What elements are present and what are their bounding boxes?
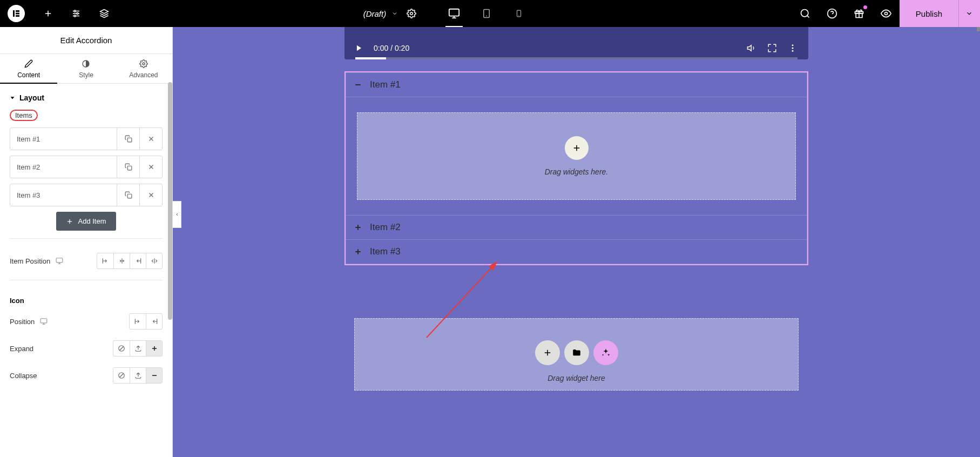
tab-content[interactable]: Content [0,54,57,83]
svg-point-28 [884,12,887,15]
caret-down-icon [10,95,15,100]
top-bar: (Draft) [0,0,980,27]
preview-icon[interactable] [873,0,900,27]
svg-marker-12 [100,10,109,14]
monitor-icon[interactable] [40,318,48,325]
monitor-icon[interactable] [56,257,63,265]
delete-item-3[interactable] [139,184,162,206]
page-settings-icon[interactable] [407,9,416,18]
video-widget[interactable]: 0:00 / 0:20 [344,27,808,59]
accordion-header-3[interactable]: Item #3 [346,240,807,264]
fullscreen-icon[interactable] [767,43,777,53]
plus-icon [66,218,73,225]
search-icon[interactable] [792,0,819,27]
pos-stretch[interactable] [146,253,162,268]
collapse-panel-button[interactable] [173,201,181,228]
divider [10,280,163,280]
volume-icon[interactable] [747,43,756,53]
svg-marker-70 [748,45,752,51]
template-library-button[interactable] [564,340,589,365]
gift-icon[interactable] [846,0,873,27]
minus-icon [354,80,362,89]
add-element-icon[interactable] [43,9,53,18]
lower-drop-section[interactable]: Drag widget here [354,318,799,391]
collapse-upload[interactable] [130,368,146,383]
play-icon[interactable] [355,44,363,52]
pos-center[interactable] [113,253,130,268]
delete-item-2[interactable] [139,156,162,178]
tab-advanced[interactable]: Advanced [115,54,172,83]
add-item-button[interactable]: Add Item [56,212,116,231]
elementor-logo[interactable] [8,5,25,22]
video-progress[interactable] [355,57,797,59]
icon-pos-left[interactable] [130,314,146,329]
pencil-icon [24,59,33,68]
pos-left[interactable] [97,253,113,268]
duplicate-item-3[interactable] [117,184,139,206]
icon-section-label: Icon [10,289,163,308]
desktop-tab[interactable] [438,0,470,27]
expand-upload[interactable] [130,341,146,356]
layout-section-header[interactable]: Layout [10,84,163,110]
items-label-highlighted: Items [10,110,38,121]
duplicate-item-1[interactable] [117,128,139,150]
collapse-minus[interactable] [146,368,162,383]
svg-rect-2 [16,13,19,15]
tab-style-label: Style [79,71,93,79]
svg-marker-69 [357,45,361,51]
tablet-tab[interactable] [470,0,503,27]
svg-rect-14 [449,9,459,16]
accordion-header-2[interactable]: Item #2 [346,216,807,239]
panel-body: Layout Items Item #1 Item #2 Item #3 Add… [0,84,172,400]
plus-icon [151,345,158,352]
help-icon[interactable] [819,0,846,27]
publish-button[interactable]: Publish [900,9,958,18]
responsive-tabs [427,0,546,27]
copy-icon [125,163,132,171]
collapse-options [113,367,163,384]
settings-sliders-icon[interactable] [71,9,81,18]
canvas-scrollbar[interactable] [977,27,980,31]
delete-item-1[interactable] [139,128,162,150]
drop-text: Drag widgets here. [545,167,609,176]
accordion-item-1-title: Item #1 [370,79,401,90]
sidebar-scrollbar[interactable] [168,82,172,320]
accordion-item-3: Item #3 [346,240,807,264]
layers-icon[interactable] [99,9,109,18]
mobile-tab[interactable] [503,0,535,27]
accordion-item-1: Item #1 Drag widgets here. [346,72,807,216]
item-position-row: Item Position [10,247,163,274]
icon-pos-right[interactable] [146,314,162,329]
svg-rect-32 [127,138,132,142]
close-icon [147,191,155,199]
document-status[interactable]: (Draft) [355,9,407,18]
drop-zone[interactable]: Drag widgets here. [357,112,796,200]
add-widget-button[interactable] [565,136,589,160]
ai-button[interactable] [593,340,618,365]
duplicate-item-2[interactable] [117,156,139,178]
accordion-item-2: Item #2 [346,216,807,240]
accordion-header-1[interactable]: Item #1 [346,73,807,97]
tab-style[interactable]: Style [57,54,114,83]
collapse-row: Collapse [10,362,163,389]
topbar-left [0,5,109,22]
expand-plus[interactable] [146,341,162,356]
collapse-none[interactable] [113,368,130,383]
svg-rect-19 [517,10,521,17]
svg-point-11 [74,15,76,17]
more-vertical-icon[interactable] [788,43,797,53]
item-3-label[interactable]: Item #3 [10,191,117,199]
upload-icon [134,372,142,379]
pos-right[interactable] [130,253,146,268]
minus-icon [151,372,158,379]
item-2-label[interactable]: Item #2 [10,163,117,171]
chevron-down-icon [391,10,398,17]
add-section-button[interactable] [535,340,560,365]
accordion-widget[interactable]: Item #1 Drag widgets here. Item #2 [344,71,808,265]
expand-none[interactable] [113,341,130,356]
upload-icon [134,345,142,352]
publish-options-button[interactable] [958,0,980,27]
svg-rect-53 [40,319,47,323]
svg-line-66 [120,374,124,378]
item-1-label[interactable]: Item #1 [10,135,117,143]
